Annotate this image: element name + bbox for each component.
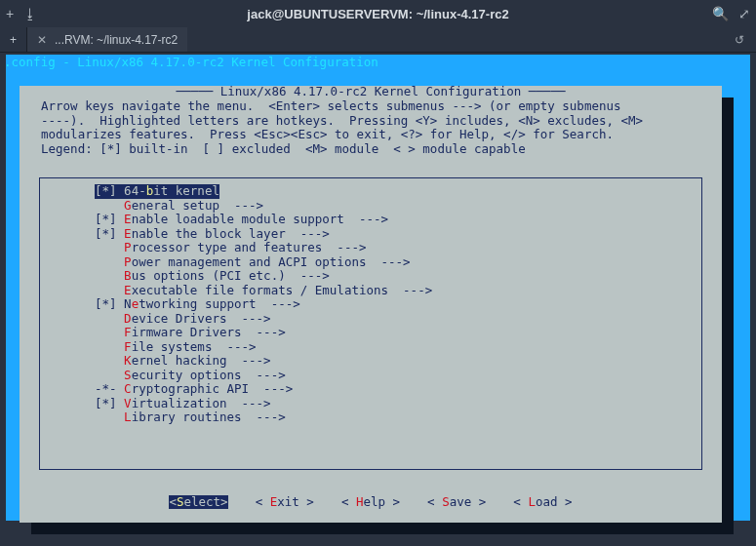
menu-list[interactable]: [*] 64-bit kernel General setup --->[*] … xyxy=(39,177,702,470)
menu-item[interactable]: Power management and ACPI options ---> xyxy=(40,255,701,270)
history-icon[interactable]: ↺ xyxy=(723,27,756,52)
terminal-window: + ⭳ jack@UBUNTUSERVERVM: ~/linux-4.17-rc… xyxy=(0,0,756,546)
dialog-button[interactable]: <Select> xyxy=(169,495,227,510)
tab-terminal[interactable]: ✕ ...RVM: ~/linux-4.17-rc2 xyxy=(27,27,187,52)
menu-item[interactable]: Bus options (PCI etc.) ---> xyxy=(40,269,701,284)
download-icon[interactable]: ⭳ xyxy=(23,6,37,21)
menuconfig-panel: ───── Linux/x86 4.17.0-rc2 Kernel Config… xyxy=(20,86,722,523)
window-title: jack@UBUNTUSERVERVM: ~/linux-4.17-rc2 xyxy=(64,7,692,21)
dialog-button[interactable]: < Save > xyxy=(427,495,486,510)
menu-item[interactable]: File systems ---> xyxy=(40,340,701,355)
menu-item[interactable]: [*] Networking support ---> xyxy=(40,297,701,312)
dialog-button[interactable]: < Help > xyxy=(341,495,400,510)
help-text: Arrow keys navigate the menu. <Enter> se… xyxy=(41,99,706,156)
menu-item[interactable]: [*] Enable loadable module support ---> xyxy=(40,213,701,227)
dialog-button[interactable]: < Exit > xyxy=(256,495,314,510)
menu-item[interactable]: [*] Enable the block layer ---> xyxy=(40,227,701,242)
terminal-viewport[interactable]: .config - Linux/x86 4.17.0-rc2 Kernel Co… xyxy=(0,53,756,546)
menu-item[interactable]: Device Drivers ---> xyxy=(40,312,701,327)
menu-item[interactable]: -*- Cryptographic API ---> xyxy=(40,382,701,397)
close-icon[interactable]: ✕ xyxy=(37,33,47,47)
tab-bar: + ✕ ...RVM: ~/linux-4.17-rc2 ↺ xyxy=(0,27,756,53)
titlebar: + ⭳ jack@UBUNTUSERVERVM: ~/linux-4.17-rc… xyxy=(0,0,756,27)
panel-heading: ───── Linux/x86 4.17.0-rc2 Kernel Config… xyxy=(177,85,566,99)
menu-item[interactable]: [*] Virtualization ---> xyxy=(40,397,701,411)
menu-item[interactable]: Library routines ---> xyxy=(40,410,701,425)
menu-item[interactable]: General setup ---> xyxy=(40,199,701,214)
menu-item[interactable]: Kernel hacking ---> xyxy=(40,354,701,369)
config-path: .config - Linux/x86 4.17.0-rc2 Kernel Co… xyxy=(4,55,378,69)
add-icon[interactable]: + xyxy=(6,6,14,21)
maximize-icon[interactable]: ⤢ xyxy=(738,6,750,21)
search-icon[interactable]: 🔍 xyxy=(712,6,729,21)
dialog-button[interactable]: < Load > xyxy=(513,495,572,510)
tab-label: ...RVM: ~/linux-4.17-rc2 xyxy=(55,33,178,47)
menu-item[interactable]: Processor type and features ---> xyxy=(40,241,701,255)
new-tab-button[interactable]: + xyxy=(0,27,27,52)
menu-item[interactable]: Firmware Drivers ---> xyxy=(40,326,701,340)
menu-item[interactable]: Security options ---> xyxy=(40,369,701,383)
button-bar: <Select>< Exit >< Help >< Save >< Load > xyxy=(20,495,722,510)
menu-item[interactable]: [*] 64-bit kernel xyxy=(95,184,219,199)
menu-item[interactable]: Executable file formats / Emulations ---… xyxy=(40,284,701,298)
